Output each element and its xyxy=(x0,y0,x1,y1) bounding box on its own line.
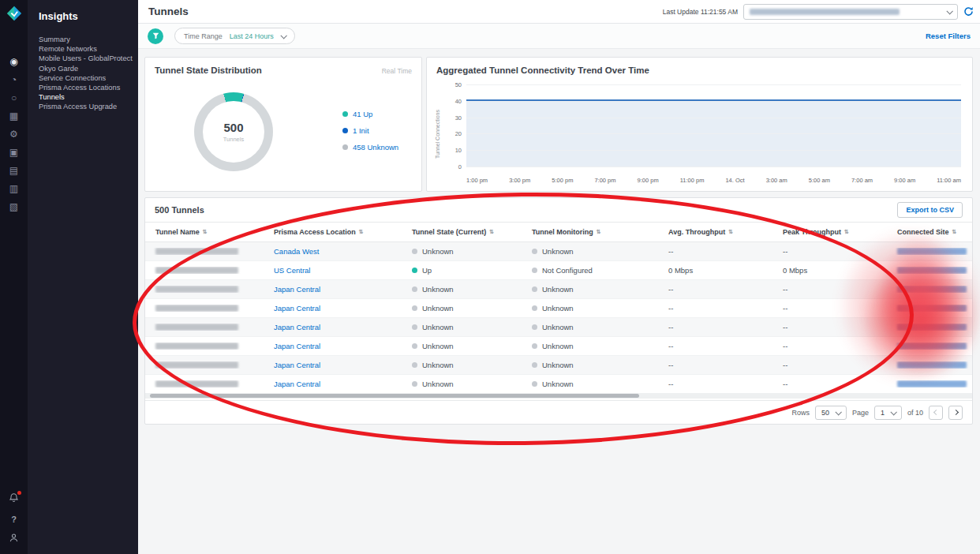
connected-site-redacted[interactable] xyxy=(897,361,967,369)
column-header: Peak Throughput ⇅ xyxy=(772,228,887,236)
location-link[interactable]: Japan Central xyxy=(274,342,320,350)
grid-icon[interactable]: ▥ xyxy=(9,184,18,193)
monitoring-dot xyxy=(532,324,537,330)
legend-item[interactable]: 1 Init xyxy=(342,126,398,135)
donut-total: 500 xyxy=(223,121,243,134)
donut-total-label: Tunnels xyxy=(223,136,244,143)
table-row[interactable]: Japan Central Unknown Unknown -- -- xyxy=(145,318,972,337)
donut-center: 500 Tunnels xyxy=(203,101,264,163)
sort-icon[interactable]: ⇅ xyxy=(844,229,849,235)
sidebar-nav-item[interactable]: Okyo Garde xyxy=(28,64,138,73)
connected-site-redacted[interactable] xyxy=(897,305,967,312)
sidebar-nav-item[interactable]: Mobile Users - GlobalProtect xyxy=(28,54,138,63)
location-link[interactable]: Japan Central xyxy=(274,323,320,331)
location-link[interactable]: Japan Central xyxy=(274,285,320,294)
insights-sidebar: Insights Summary Remote Networks Mobile … xyxy=(28,0,138,554)
connected-site-redacted[interactable] xyxy=(897,324,967,331)
peak-throughput: 0 Mbps xyxy=(783,266,807,275)
table-row[interactable]: Japan Central Unknown Unknown -- -- xyxy=(145,356,972,375)
next-page-button[interactable] xyxy=(948,406,963,420)
connected-site-redacted[interactable] xyxy=(897,286,967,293)
connected-site-redacted[interactable] xyxy=(897,343,967,350)
avg-throughput: -- xyxy=(668,247,673,256)
location-link[interactable]: Japan Central xyxy=(274,380,320,388)
sort-icon[interactable]: ⇅ xyxy=(952,229,957,235)
settings-icon[interactable]: ⚙ xyxy=(9,129,18,139)
gridline xyxy=(466,84,961,85)
prev-page-button[interactable] xyxy=(929,406,943,420)
monitor-icon[interactable]: ○ xyxy=(11,93,17,103)
dashboard-icon[interactable]: ◔ xyxy=(11,75,17,84)
avg-throughput: -- xyxy=(668,323,673,331)
time-range-select[interactable]: Time Range Last 24 Hours xyxy=(174,28,295,44)
column-header: Tunnel Monitoring ⇅ xyxy=(522,228,658,236)
sort-icon[interactable]: ⇅ xyxy=(728,229,733,235)
legend-label: 41 Up xyxy=(353,110,372,118)
location-link[interactable]: Japan Central xyxy=(274,361,320,369)
sort-icon[interactable]: ⇅ xyxy=(597,229,601,235)
sidebar-nav-item[interactable]: Prisma Access Upgrade xyxy=(28,102,138,111)
scrollbar-thumb[interactable] xyxy=(150,394,639,398)
peak-throughput: -- xyxy=(783,304,787,313)
location-link[interactable]: US Central xyxy=(274,266,310,275)
last-update-text: Last Update 11:21:55 AM xyxy=(663,8,738,16)
location-link[interactable]: Canada West xyxy=(274,247,319,256)
tenant-name-redacted xyxy=(750,9,900,15)
column-header-label: Avg. Throughput xyxy=(668,228,725,236)
user-icon[interactable]: ◉ xyxy=(9,57,17,66)
reset-filters-link[interactable]: Reset Filters xyxy=(926,32,971,40)
x-axis-tick: 14. Oct xyxy=(725,177,744,184)
table-row[interactable]: Japan Central Unknown Unknown -- -- xyxy=(145,280,972,299)
tenant-select[interactable] xyxy=(743,4,958,20)
legend-item[interactable]: 458 Unknown xyxy=(342,143,398,152)
peak-throughput: -- xyxy=(783,361,787,369)
table-row[interactable]: Japan Central Unknown Unknown -- -- xyxy=(145,337,972,356)
table-row[interactable]: Canada West Unknown Unknown -- -- xyxy=(145,242,972,261)
table-row[interactable]: Japan Central Unknown Unknown -- -- xyxy=(145,375,972,394)
filter-funnel-icon[interactable] xyxy=(148,28,163,44)
notifications-bell-icon[interactable] xyxy=(9,492,19,507)
sidebar-nav-item[interactable]: Prisma Access Locations xyxy=(28,83,138,92)
sidebar-nav-item[interactable]: Remote Networks xyxy=(28,44,138,54)
tunnel-name-redacted xyxy=(155,343,238,350)
connected-site-redacted[interactable] xyxy=(897,248,967,255)
sort-icon[interactable]: ⇅ xyxy=(203,229,208,235)
table-header-bar: 500 Tunnels Export to CSV xyxy=(145,198,972,222)
sidebar-nav-item[interactable]: Service Connections xyxy=(28,73,138,83)
profile-icon[interactable] xyxy=(9,532,19,546)
monitoring-dot xyxy=(532,268,537,273)
brand-logo-icon[interactable] xyxy=(6,5,23,25)
table-row[interactable]: Japan Central Unknown Unknown -- -- xyxy=(145,299,972,318)
topbar: Tunnels Last Update 11:21:55 AM xyxy=(138,0,980,24)
table-row[interactable]: US Central Up Not Configured 0 Mbps 0 Mb… xyxy=(145,261,972,280)
export-csv-button[interactable]: Export to CSV xyxy=(897,202,963,218)
sort-icon[interactable]: ⇅ xyxy=(359,229,364,235)
tunnel-name-redacted xyxy=(155,380,238,387)
peak-throughput: -- xyxy=(783,247,787,256)
rows-per-page-select[interactable]: 50 xyxy=(815,406,847,420)
monitoring-text: Unknown xyxy=(542,304,574,313)
sidebar-nav-item[interactable]: Summary xyxy=(28,35,138,44)
monitoring-text: Unknown xyxy=(542,247,574,256)
card-icon[interactable]: ▣ xyxy=(9,148,18,157)
connected-site-redacted[interactable] xyxy=(897,267,967,274)
state-dot xyxy=(412,249,417,254)
connected-site-redacted[interactable] xyxy=(897,380,967,387)
docs-icon[interactable]: ▧ xyxy=(9,202,18,211)
y-axis-tick: 10 xyxy=(447,147,462,154)
workflows-icon[interactable]: ▤ xyxy=(9,166,18,175)
refresh-icon[interactable] xyxy=(963,6,974,17)
state-text: Unknown xyxy=(422,304,454,313)
y-axis-tick: 0 xyxy=(447,163,462,170)
apps-icon[interactable]: ▦ xyxy=(9,111,18,121)
y-axis-label: Tunnel Connections xyxy=(435,110,440,159)
gridline xyxy=(466,101,961,102)
page-select[interactable]: 1 xyxy=(874,406,902,420)
sort-icon[interactable]: ⇅ xyxy=(489,229,494,235)
column-header-label: Tunnel Name xyxy=(155,228,200,236)
sidebar-nav-item[interactable]: Tunnels xyxy=(28,92,138,102)
location-link[interactable]: Japan Central xyxy=(274,304,320,313)
help-icon[interactable]: ? xyxy=(11,515,17,524)
avg-throughput: -- xyxy=(668,285,673,294)
legend-item[interactable]: 41 Up xyxy=(342,110,398,118)
